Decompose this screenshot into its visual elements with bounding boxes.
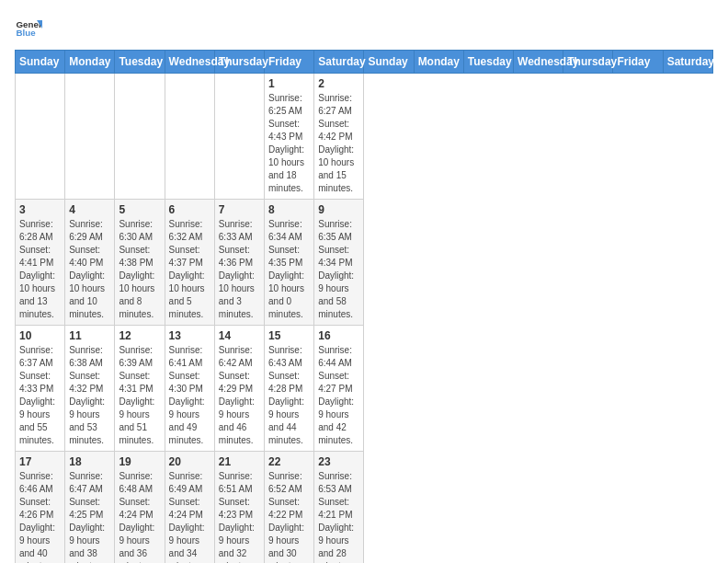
calendar-cell [115, 74, 165, 200]
day-info: Sunrise: 6:33 AM Sunset: 4:36 PM Dayligh… [219, 218, 260, 321]
weekday-header-friday: Friday [265, 51, 314, 74]
svg-text:Blue: Blue [17, 28, 37, 38]
calendar-table: SundayMondayTuesdayWednesdayThursdayFrid… [15, 50, 713, 563]
day-info: Sunrise: 6:29 AM Sunset: 4:40 PM Dayligh… [69, 218, 110, 321]
calendar-cell: 15Sunrise: 6:43 AM Sunset: 4:28 PM Dayli… [265, 326, 314, 452]
calendar-cell: 23Sunrise: 6:53 AM Sunset: 4:21 PM Dayli… [314, 452, 364, 564]
calendar-cell: 18Sunrise: 6:47 AM Sunset: 4:25 PM Dayli… [65, 452, 115, 564]
day-number: 3 [19, 203, 61, 216]
page-header: General Blue [15, 15, 713, 42]
day-info: Sunrise: 6:52 AM Sunset: 4:22 PM Dayligh… [268, 470, 310, 563]
calendar-cell: 12Sunrise: 6:39 AM Sunset: 4:31 PM Dayli… [115, 326, 165, 452]
weekday-header-tuesday: Tuesday [115, 51, 165, 74]
day-info: Sunrise: 6:47 AM Sunset: 4:25 PM Dayligh… [69, 470, 110, 563]
day-number: 9 [318, 203, 359, 216]
calendar-cell [16, 74, 65, 200]
day-number: 20 [169, 455, 210, 468]
day-number: 17 [19, 455, 61, 468]
day-info: Sunrise: 6:51 AM Sunset: 4:23 PM Dayligh… [219, 470, 260, 563]
calendar-cell: 13Sunrise: 6:41 AM Sunset: 4:30 PM Dayli… [165, 326, 214, 452]
day-info: Sunrise: 6:34 AM Sunset: 4:35 PM Dayligh… [268, 218, 310, 321]
day-number: 8 [268, 203, 310, 216]
calendar-cell [214, 74, 264, 200]
calendar-cell: 6Sunrise: 6:32 AM Sunset: 4:37 PM Daylig… [165, 200, 214, 326]
calendar-cell [165, 74, 214, 200]
weekday-header: Saturday [663, 51, 712, 74]
day-info: Sunrise: 6:30 AM Sunset: 4:38 PM Dayligh… [119, 218, 160, 321]
day-info: Sunrise: 6:27 AM Sunset: 4:42 PM Dayligh… [318, 92, 359, 195]
calendar-cell: 7Sunrise: 6:33 AM Sunset: 4:36 PM Daylig… [214, 200, 264, 326]
calendar-cell: 14Sunrise: 6:42 AM Sunset: 4:29 PM Dayli… [214, 326, 264, 452]
day-info: Sunrise: 6:28 AM Sunset: 4:41 PM Dayligh… [19, 218, 61, 321]
day-info: Sunrise: 6:35 AM Sunset: 4:34 PM Dayligh… [318, 218, 359, 321]
weekday-header: Monday [414, 51, 463, 74]
calendar-cell: 5Sunrise: 6:30 AM Sunset: 4:38 PM Daylig… [115, 200, 165, 326]
calendar-week-3: 10Sunrise: 6:37 AM Sunset: 4:33 PM Dayli… [16, 326, 713, 452]
calendar-cell [65, 74, 115, 200]
day-number: 23 [318, 455, 359, 468]
logo: General Blue [15, 15, 42, 42]
day-info: Sunrise: 6:38 AM Sunset: 4:32 PM Dayligh… [69, 344, 110, 447]
calendar-cell: 1Sunrise: 6:25 AM Sunset: 4:43 PM Daylig… [265, 74, 314, 200]
day-info: Sunrise: 6:49 AM Sunset: 4:24 PM Dayligh… [169, 470, 210, 563]
calendar-cell: 11Sunrise: 6:38 AM Sunset: 4:32 PM Dayli… [65, 326, 115, 452]
day-number: 7 [219, 203, 260, 216]
weekday-header: Thursday [563, 51, 613, 74]
weekday-header-monday: Monday [65, 51, 115, 74]
day-info: Sunrise: 6:37 AM Sunset: 4:33 PM Dayligh… [19, 344, 61, 447]
calendar-cell: 17Sunrise: 6:46 AM Sunset: 4:26 PM Dayli… [16, 452, 65, 564]
calendar-cell: 2Sunrise: 6:27 AM Sunset: 4:42 PM Daylig… [314, 74, 364, 200]
day-number: 21 [219, 455, 260, 468]
weekday-header: Tuesday [463, 51, 513, 74]
day-info: Sunrise: 6:46 AM Sunset: 4:26 PM Dayligh… [19, 470, 61, 563]
day-info: Sunrise: 6:39 AM Sunset: 4:31 PM Dayligh… [119, 344, 160, 447]
day-info: Sunrise: 6:43 AM Sunset: 4:28 PM Dayligh… [268, 344, 310, 447]
weekday-header-sunday: Sunday [16, 51, 65, 74]
weekday-header-thursday: Thursday [214, 51, 264, 74]
calendar-week-2: 3Sunrise: 6:28 AM Sunset: 4:41 PM Daylig… [16, 200, 713, 326]
day-info: Sunrise: 6:53 AM Sunset: 4:21 PM Dayligh… [318, 470, 359, 563]
weekday-header: Sunday [364, 51, 414, 74]
logo-icon: General Blue [15, 15, 42, 42]
calendar-cell: 20Sunrise: 6:49 AM Sunset: 4:24 PM Dayli… [165, 452, 214, 564]
calendar-cell: 3Sunrise: 6:28 AM Sunset: 4:41 PM Daylig… [16, 200, 65, 326]
calendar-cell: 8Sunrise: 6:34 AM Sunset: 4:35 PM Daylig… [265, 200, 314, 326]
calendar-cell: 19Sunrise: 6:48 AM Sunset: 4:24 PM Dayli… [115, 452, 165, 564]
day-number: 6 [169, 203, 210, 216]
calendar-cell: 9Sunrise: 6:35 AM Sunset: 4:34 PM Daylig… [314, 200, 364, 326]
weekday-header: Friday [613, 51, 663, 74]
day-number: 15 [268, 329, 310, 342]
calendar-cell: 21Sunrise: 6:51 AM Sunset: 4:23 PM Dayli… [214, 452, 264, 564]
day-number: 5 [119, 203, 160, 216]
day-number: 4 [69, 203, 110, 216]
day-info: Sunrise: 6:48 AM Sunset: 4:24 PM Dayligh… [119, 470, 160, 563]
day-number: 12 [119, 329, 160, 342]
day-number: 11 [69, 329, 110, 342]
calendar-cell: 10Sunrise: 6:37 AM Sunset: 4:33 PM Dayli… [16, 326, 65, 452]
weekday-header: Wednesday [514, 51, 563, 74]
day-number: 14 [219, 329, 260, 342]
day-number: 2 [318, 77, 359, 90]
day-info: Sunrise: 6:44 AM Sunset: 4:27 PM Dayligh… [318, 344, 359, 447]
day-number: 13 [169, 329, 210, 342]
day-number: 16 [318, 329, 359, 342]
day-number: 22 [268, 455, 310, 468]
calendar-cell: 22Sunrise: 6:52 AM Sunset: 4:22 PM Dayli… [265, 452, 314, 564]
calendar-week-1: 1Sunrise: 6:25 AM Sunset: 4:43 PM Daylig… [16, 74, 713, 200]
day-number: 10 [19, 329, 61, 342]
day-number: 19 [119, 455, 160, 468]
day-info: Sunrise: 6:25 AM Sunset: 4:43 PM Dayligh… [268, 92, 310, 195]
day-info: Sunrise: 6:41 AM Sunset: 4:30 PM Dayligh… [169, 344, 210, 447]
day-info: Sunrise: 6:32 AM Sunset: 4:37 PM Dayligh… [169, 218, 210, 321]
calendar-cell: 4Sunrise: 6:29 AM Sunset: 4:40 PM Daylig… [65, 200, 115, 326]
day-info: Sunrise: 6:42 AM Sunset: 4:29 PM Dayligh… [219, 344, 260, 447]
day-number: 18 [69, 455, 110, 468]
weekday-header-row: SundayMondayTuesdayWednesdayThursdayFrid… [16, 51, 713, 74]
calendar-cell: 16Sunrise: 6:44 AM Sunset: 4:27 PM Dayli… [314, 326, 364, 452]
weekday-header-wednesday: Wednesday [165, 51, 214, 74]
calendar-week-4: 17Sunrise: 6:46 AM Sunset: 4:26 PM Dayli… [16, 452, 713, 564]
day-number: 1 [268, 77, 310, 90]
weekday-header-saturday: Saturday [314, 51, 364, 74]
